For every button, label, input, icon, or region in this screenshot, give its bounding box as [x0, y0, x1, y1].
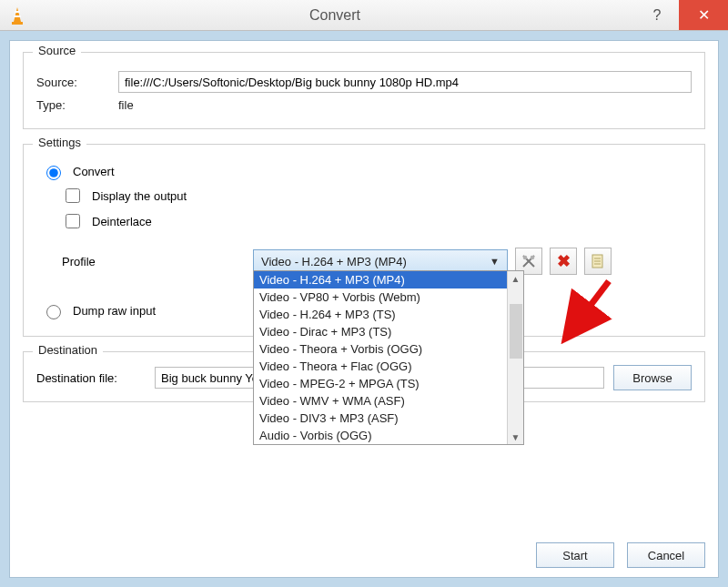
tools-icon — [521, 253, 537, 269]
profile-option[interactable]: Audio - Vorbis (OGG) — [254, 427, 523, 444]
profile-option[interactable]: Video - VP80 + Vorbis (Webm) — [254, 288, 523, 306]
window-controls: ? ✕ — [635, 0, 728, 30]
svg-point-7 — [531, 256, 535, 260]
type-label: Type: — [36, 98, 118, 112]
settings-legend: Settings — [33, 136, 86, 149]
dropdown-scrollbar[interactable]: ▲ ▼ — [507, 271, 523, 444]
svg-rect-3 — [12, 22, 23, 25]
delete-profile-button[interactable]: ✖ — [550, 248, 577, 275]
cancel-button[interactable]: Cancel — [627, 542, 705, 568]
destination-file-label: Destination file: — [36, 371, 146, 385]
browse-button[interactable]: Browse — [613, 365, 692, 390]
titlebar: Convert ? ✕ — [0, 0, 728, 31]
profile-option[interactable]: Video - MPEG-2 + MPGA (TS) — [254, 375, 523, 392]
display-output-label: Display the output — [92, 189, 187, 203]
profile-option[interactable]: Video - Theora + Flac (OGG) — [254, 358, 523, 375]
profile-option[interactable]: Video - Dirac + MP3 (TS) — [254, 323, 523, 340]
delete-icon: ✖ — [557, 251, 571, 271]
chevron-down-icon: ▼ — [490, 256, 500, 267]
convert-radio-label: Convert — [73, 165, 115, 178]
svg-rect-1 — [15, 11, 19, 13]
profile-option[interactable]: Video - Theora + Vorbis (OGG) — [254, 340, 523, 358]
scroll-up-icon[interactable]: ▲ — [508, 271, 523, 286]
destination-legend: Destination — [33, 343, 103, 357]
scroll-down-icon[interactable]: ▼ — [508, 430, 523, 444]
close-button[interactable]: ✕ — [679, 0, 728, 30]
profile-option[interactable]: Video - H.264 + MP3 (MP4) — [254, 271, 523, 288]
deinterlace-checkbox[interactable] — [66, 214, 80, 228]
type-value: file — [118, 98, 134, 112]
svg-point-6 — [523, 256, 528, 260]
settings-group: Settings Convert Display the output Dein… — [23, 144, 705, 337]
vlc-cone-icon — [7, 5, 27, 25]
profile-dropdown-list[interactable]: ▲ ▼ Video - H.264 + MP3 (MP4)Video - VP8… — [253, 270, 524, 445]
svg-marker-0 — [14, 7, 21, 22]
dump-raw-radio[interactable] — [46, 305, 61, 319]
dump-raw-label: Dump raw input — [73, 304, 156, 318]
help-button[interactable]: ? — [635, 0, 679, 30]
source-legend: Source — [33, 44, 81, 57]
profile-label: Profile — [62, 255, 253, 268]
svg-rect-2 — [14, 15, 20, 17]
profile-option[interactable]: Video - H.264 + MP3 (TS) — [254, 306, 523, 323]
source-group: Source Source: Type: file — [23, 52, 705, 129]
convert-radio[interactable] — [46, 166, 61, 180]
new-document-icon — [590, 253, 606, 269]
source-label: Source: — [36, 76, 118, 89]
new-profile-button[interactable] — [584, 248, 612, 275]
deinterlace-label: Deinterlace — [92, 215, 152, 228]
profile-option[interactable]: Video - DIV3 + MP3 (ASF) — [254, 410, 523, 427]
window-title: Convert — [35, 7, 635, 24]
dialog-buttons: Start Cancel — [536, 542, 705, 568]
profile-selected-value: Video - H.264 + MP3 (MP4) — [261, 255, 407, 268]
profile-option[interactable]: Video - WMV + WMA (ASF) — [254, 392, 523, 410]
display-output-checkbox[interactable] — [66, 188, 80, 203]
dialog-body: Source Source: Type: file Settings Conve… — [9, 40, 719, 578]
scroll-thumb[interactable] — [510, 304, 522, 359]
source-input[interactable] — [118, 71, 692, 93]
start-button[interactable]: Start — [536, 542, 614, 568]
